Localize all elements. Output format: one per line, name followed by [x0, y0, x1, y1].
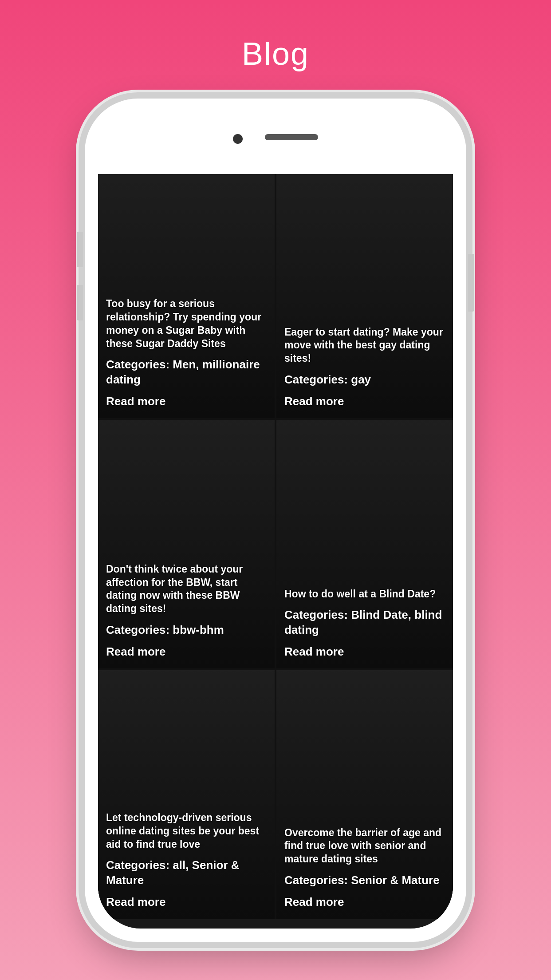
card-content-bbw-dating: Don't think twice about your affection f…: [98, 555, 275, 668]
power-button: [468, 254, 474, 312]
blog-card-gay-dating[interactable]: Eager to start dating? Make your move wi…: [276, 170, 453, 418]
card-content-blind-date: How to do well at a Blind Date? Categori…: [276, 580, 453, 668]
card-headline-sugar-daddy: Too busy for a serious relationship? Try…: [106, 297, 267, 351]
card-headline-tech-dating: Let technology-driven serious online dat…: [106, 811, 267, 851]
speaker-icon: [265, 134, 318, 140]
phone-frame: Too busy for a serious relationship? Try…: [85, 99, 466, 942]
card-read-more-bbw-dating[interactable]: Read more: [106, 645, 267, 659]
blog-card-bbw-dating[interactable]: Don't think twice about your affection f…: [98, 420, 275, 668]
card-read-more-tech-dating[interactable]: Read more: [106, 895, 267, 909]
card-categories-senior-dating: Categories: Senior & Mature: [284, 873, 445, 888]
blog-grid: Too busy for a serious relationship? Try…: [98, 170, 453, 919]
phone-wrapper: Too busy for a serious relationship? Try…: [85, 99, 466, 942]
card-categories-tech-dating: Categories: all, Senior & Mature: [106, 858, 267, 888]
card-content-senior-dating: Overcome the barrier of age and find tru…: [276, 818, 453, 919]
card-read-more-blind-date[interactable]: Read more: [284, 645, 445, 659]
page-title: Blog: [242, 36, 309, 72]
card-categories-bbw-dating: Categories: bbw-bhm: [106, 623, 267, 638]
card-content-sugar-daddy: Too busy for a serious relationship? Try…: [98, 289, 275, 418]
card-headline-gay-dating: Eager to start dating? Make your move wi…: [284, 326, 445, 366]
card-read-more-sugar-daddy[interactable]: Read more: [106, 395, 267, 408]
blog-card-senior-dating[interactable]: Overcome the barrier of age and find tru…: [276, 670, 453, 919]
card-read-more-senior-dating[interactable]: Read more: [284, 895, 445, 909]
volume-up-button: [77, 232, 83, 267]
card-headline-senior-dating: Overcome the barrier of age and find tru…: [284, 826, 445, 866]
phone-inner: Too busy for a serious relationship? Try…: [98, 112, 453, 929]
volume-down-button: [77, 285, 83, 320]
phone-top-bar: [98, 112, 453, 174]
card-headline-blind-date: How to do well at a Blind Date?: [284, 588, 445, 601]
front-camera-icon: [233, 134, 243, 144]
card-content-gay-dating: Eager to start dating? Make your move wi…: [276, 318, 453, 418]
card-categories-gay-dating: Categories: gay: [284, 372, 445, 387]
card-headline-bbw-dating: Don't think twice about your affection f…: [106, 563, 267, 616]
card-categories-blind-date: Categories: Blind Date, blind dating: [284, 608, 445, 638]
blog-card-blind-date[interactable]: How to do well at a Blind Date? Categori…: [276, 420, 453, 668]
screen-content: Too busy for a serious relationship? Try…: [98, 170, 453, 929]
blog-card-sugar-daddy[interactable]: Too busy for a serious relationship? Try…: [98, 170, 275, 418]
card-content-tech-dating: Let technology-driven serious online dat…: [98, 803, 275, 919]
card-read-more-gay-dating[interactable]: Read more: [284, 395, 445, 408]
card-categories-sugar-daddy: Categories: Men, millionaire dating: [106, 357, 267, 387]
blog-card-tech-dating[interactable]: Let technology-driven serious online dat…: [98, 670, 275, 919]
